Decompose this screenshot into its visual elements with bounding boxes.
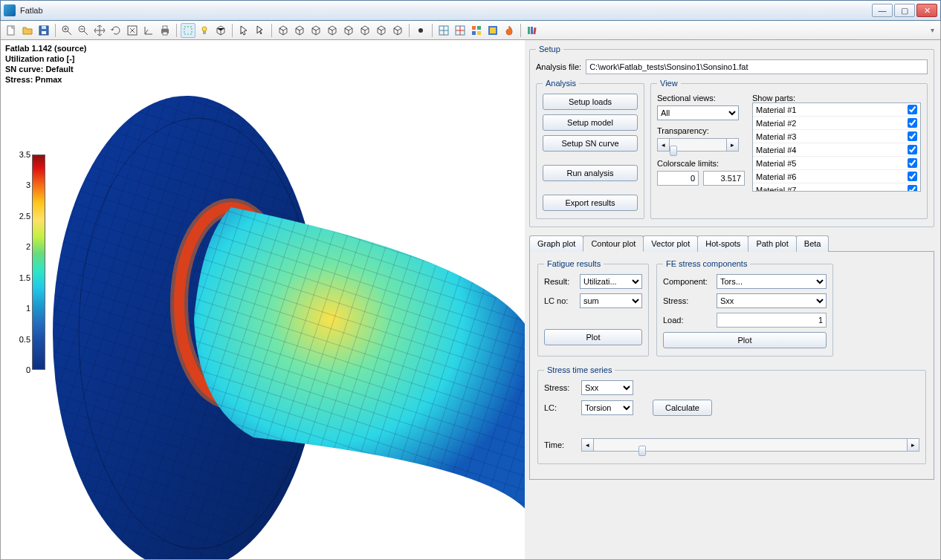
setup-sn-button[interactable]: Setup SN curve [543,135,638,152]
parts-list-item[interactable]: Material #1 [753,103,920,117]
colorbar-tick: 3.5 [14,150,30,159]
app-icon [4,4,16,16]
grid3-icon[interactable] [469,23,484,38]
dot-icon[interactable] [413,23,428,38]
fes-plot-button[interactable]: Plot [663,332,827,348]
sectional-views-select[interactable]: All [657,105,739,120]
box-icon[interactable] [213,23,228,38]
transparency-slider[interactable]: ◂ ▸ [657,138,739,152]
analysis-file-input[interactable] [586,59,928,74]
new-file-icon[interactable] [4,23,19,38]
fatigue-plot-button[interactable]: Plot [544,329,642,345]
transparency-label: Transparency: [657,126,745,135]
parts-list-item[interactable]: Material #5 [753,157,920,170]
save-icon[interactable] [36,23,51,38]
part-label: Material #2 [756,119,796,128]
fes-stress-label: Stress: [663,296,712,305]
rotate-icon[interactable] [109,23,123,38]
tab-contour-plot[interactable]: Contour plot [583,235,644,252]
show-parts-label: Show parts: [752,94,921,102]
colorscale-max-input[interactable] [703,171,745,186]
open-file-icon[interactable] [20,23,35,38]
view-iso2-icon[interactable] [292,23,307,38]
part-checkbox[interactable] [908,105,917,114]
tab-hot-spots[interactable]: Hot-spots [697,235,748,252]
load-input[interactable] [717,313,827,328]
tab-graph-plot[interactable]: Graph plot [529,235,583,252]
part-checkbox[interactable] [908,145,917,154]
svg-rect-17 [203,31,206,34]
parts-list-item[interactable]: Material #6 [753,170,920,183]
ts-stress-label: Stress: [544,383,577,392]
component-select[interactable]: Tors... [717,274,827,289]
svg-rect-28 [477,31,481,35]
parts-list-item[interactable]: Material #3 [753,130,920,143]
maximize-button[interactable]: ▢ [894,4,915,17]
fatigue-results-group: Fatigue results Result: Utilizati... LC … [537,259,649,356]
result-select[interactable]: Utilizati... [580,274,642,289]
pick-icon[interactable] [253,23,268,38]
tab-beta[interactable]: Beta [796,235,830,252]
parts-list-item[interactable]: Material #4 [753,143,920,157]
view-bottom-icon[interactable] [390,23,405,38]
setup-model-button[interactable]: Setup model [543,114,638,131]
light-icon[interactable] [197,23,212,38]
colorscale-min-input[interactable] [657,171,699,186]
cursor-icon[interactable] [236,23,251,38]
view-right-icon[interactable] [358,23,372,38]
view-front-icon[interactable] [308,23,323,38]
colorbar-tick: 2.5 [14,212,30,221]
run-analysis-button[interactable]: Run analysis [543,165,638,181]
view-back-icon[interactable] [325,23,340,38]
grid4-icon[interactable] [485,23,500,38]
svg-line-9 [84,31,88,35]
part-checkbox[interactable] [908,185,917,192]
part-label: Material #3 [756,132,796,141]
overlay-line: Fatlab 1.142 (source) [5,43,86,53]
svg-rect-3 [42,26,46,29]
view-top-icon[interactable] [374,23,389,38]
colorbar-tick: 1 [14,304,30,313]
ts-lc-select[interactable]: Torsion [581,400,633,415]
fes-stress-select[interactable]: Sxx [717,293,827,308]
calculate-button[interactable]: Calculate [653,400,712,416]
parts-list[interactable]: Material #1Material #2Material #3Materia… [752,102,921,192]
fit-icon[interactable] [125,23,140,38]
axis-icon[interactable] [141,23,156,38]
export-results-button[interactable]: Export results [543,195,638,211]
lcno-select[interactable]: sum [580,293,642,308]
part-label: Material #6 [756,172,796,181]
analysis-legend: Analysis [543,79,579,88]
tab-vector-plot[interactable]: Vector plot [643,235,698,252]
parts-list-item[interactable]: Material #7 [753,183,920,192]
select-icon[interactable] [181,23,195,38]
time-slider[interactable]: ◂ ▸ [581,438,919,452]
print-icon[interactable] [158,23,172,38]
colorscale-label: Colorscale limits: [657,159,745,168]
flame-icon[interactable] [502,23,517,38]
tab-path-plot[interactable]: Path plot [748,235,796,252]
grid1-icon[interactable] [436,23,451,38]
part-checkbox[interactable] [908,158,917,168]
books-icon[interactable] [525,23,540,38]
zoom-in-icon[interactable] [59,23,74,38]
part-checkbox[interactable] [908,131,917,141]
parts-list-item[interactable]: Material #2 [753,117,920,130]
ts-stress-select[interactable]: Sxx [581,380,633,395]
view-iso1-icon[interactable] [276,23,291,38]
toolbar-overflow-icon[interactable]: ▾ [931,26,937,34]
zoom-out-icon[interactable] [76,23,91,38]
minimize-button[interactable]: — [872,4,893,17]
view-left-icon[interactable] [341,23,356,38]
part-checkbox[interactable] [908,118,917,128]
contour-plot-panel: Fatigue results Result: Utilizati... LC … [529,252,934,480]
close-button[interactable]: ✕ [916,4,937,17]
side-panel: Setup Analysis file: Analysis Setup load… [525,40,940,559]
analysis-file-label: Analysis file: [536,62,581,71]
viewport-3d[interactable]: Fatlab 1.142 (source) Utilization ratio … [1,40,525,559]
pan-icon[interactable] [92,23,107,38]
view-legend: View [657,79,681,88]
setup-loads-button[interactable]: Setup loads [543,94,638,110]
grid2-icon[interactable] [453,23,468,38]
part-checkbox[interactable] [908,172,917,181]
